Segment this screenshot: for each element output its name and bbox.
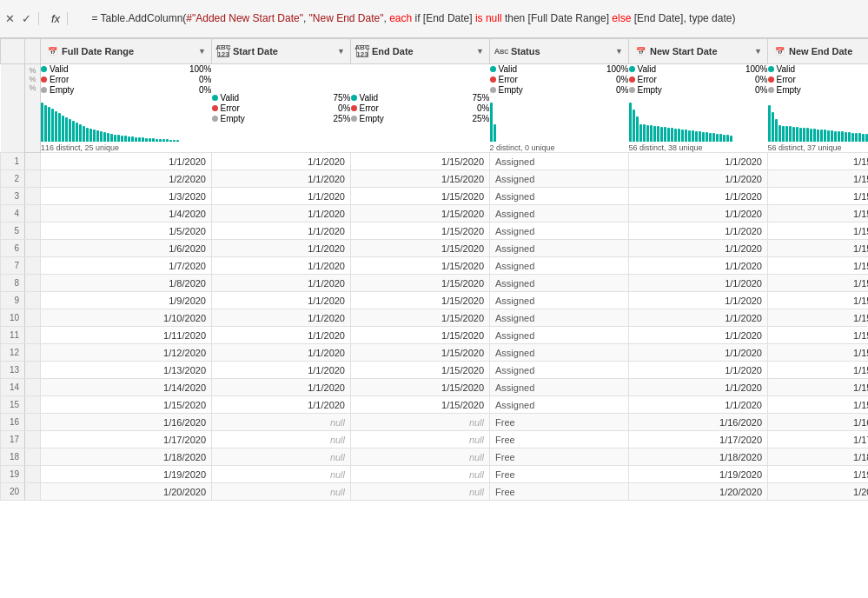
- dropdown-arrow-full[interactable]: ▼: [198, 47, 206, 56]
- table-row[interactable]: 19 1/19/2020 null null Free 1/19/2020 1/…: [1, 466, 869, 483]
- row-type: [25, 292, 41, 309]
- spark-bar: [145, 138, 148, 142]
- dot-error-full: [41, 76, 47, 83]
- col-header-full-date-range[interactable]: 📅 Full Date Range ▼: [41, 39, 212, 64]
- cell-full-date: 1/14/2020: [41, 379, 212, 396]
- date-icon-new-end: 📅: [773, 45, 785, 57]
- dropdown-arrow-status[interactable]: ▼: [615, 47, 623, 56]
- row-type: [25, 483, 41, 501]
- stats-start-date: Valid75% Error0% Empty25%: [212, 64, 351, 153]
- spark-bar: [779, 125, 781, 142]
- cell-full-date: 1/9/2020: [41, 292, 212, 309]
- spark-bar: [831, 130, 833, 142]
- distinct-status: 2 distinct, 0 unique: [490, 143, 629, 152]
- spark-bar: [841, 131, 844, 142]
- cell-full-date: 1/10/2020: [41, 309, 212, 327]
- table-wrapper[interactable]: 📅 Full Date Range ▼ ABC123 Start Date ▼: [0, 38, 868, 598]
- col-label-new-end: New End Date: [789, 46, 852, 56]
- col-header-start-date[interactable]: ABC123 Start Date ▼: [212, 39, 351, 64]
- cell-status: Assigned: [490, 362, 629, 379]
- formula-bar: ✕ ✓ fx = Table.AddColumn(#"Added New Sta…: [0, 0, 868, 38]
- table-row[interactable]: 14 1/14/2020 1/1/2020 1/15/2020 Assigned…: [1, 379, 869, 396]
- spark-bar: [41, 103, 43, 142]
- table-row[interactable]: 7 1/7/2020 1/1/2020 1/15/2020 Assigned 1…: [1, 257, 869, 275]
- table-row[interactable]: 10 1/10/2020 1/1/2020 1/15/2020 Assigned…: [1, 309, 869, 327]
- cell-new-end: 1/18/2020: [768, 448, 869, 466]
- cell-new-end: 1/20/2020: [768, 483, 869, 501]
- table-row[interactable]: 20 1/20/2020 null null Free 1/20/2020 1/…: [1, 483, 869, 501]
- col-label-new-start: New Start Date: [650, 46, 718, 56]
- table-row[interactable]: 2 1/2/2020 1/1/2020 1/15/2020 Assigned 1…: [1, 170, 869, 188]
- table-row[interactable]: 16 1/16/2020 null null Free 1/16/2020 1/…: [1, 414, 869, 431]
- cell-full-date: 1/13/2020: [41, 362, 212, 379]
- cell-new-start: 1/1/2020: [629, 344, 768, 362]
- cell-end: 1/15/2020: [351, 379, 490, 396]
- cell-new-end: 1/15/2020: [768, 275, 869, 292]
- spark-bar: [173, 140, 176, 142]
- cell-full-date: 1/15/2020: [41, 396, 212, 414]
- table-row[interactable]: 9 1/9/2020 1/1/2020 1/15/2020 Assigned 1…: [1, 292, 869, 309]
- dropdown-arrow-start[interactable]: ▼: [337, 47, 345, 56]
- spark-bar: [629, 103, 632, 142]
- cell-start: 1/1/2020: [212, 327, 351, 344]
- cell-start: null: [212, 431, 351, 448]
- stats-status: Valid100% Error0% Empty0% 2 distinct, 0 …: [490, 64, 629, 153]
- col-header-new-start[interactable]: 📅 New Start Date ▼: [629, 39, 768, 64]
- spark-bar: [785, 126, 788, 142]
- row-num: 10: [1, 309, 25, 327]
- cell-full-date: 1/6/2020: [41, 240, 212, 257]
- table-row[interactable]: 5 1/5/2020 1/1/2020 1/15/2020 Assigned 1…: [1, 223, 869, 240]
- table-row[interactable]: 15 1/15/2020 1/1/2020 1/15/2020 Assigned…: [1, 396, 869, 414]
- spark-bar: [169, 140, 172, 142]
- table-row[interactable]: 17 1/17/2020 null null Free 1/17/2020 1/…: [1, 431, 869, 448]
- col-header-end-date[interactable]: ABC123 End Date ▼: [351, 39, 490, 64]
- spark-bar: [65, 117, 68, 142]
- table-row[interactable]: 8 1/8/2020 1/1/2020 1/15/2020 Assigned 1…: [1, 275, 869, 292]
- check-icon[interactable]: ✓: [22, 12, 31, 25]
- cell-end: 1/15/2020: [351, 205, 490, 223]
- cell-end: 1/15/2020: [351, 275, 490, 292]
- col-header-new-end[interactable]: 📅 New End Date ▼: [768, 39, 869, 64]
- spark-bar: [855, 133, 858, 142]
- cell-end: 1/15/2020: [351, 396, 490, 414]
- table-row[interactable]: 6 1/6/2020 1/1/2020 1/15/2020 Assigned 1…: [1, 240, 869, 257]
- cell-status: Assigned: [490, 309, 629, 327]
- col-header-status[interactable]: ABC Status ▼: [490, 39, 629, 64]
- table-row[interactable]: 12 1/12/2020 1/1/2020 1/15/2020 Assigned…: [1, 344, 869, 362]
- table-row[interactable]: 18 1/18/2020 null null Free 1/18/2020 1/…: [1, 448, 869, 466]
- close-icon[interactable]: ✕: [5, 12, 15, 25]
- spark-bar: [159, 139, 162, 142]
- spark-bar: [128, 136, 130, 142]
- cell-full-date: 1/19/2020: [41, 466, 212, 483]
- spark-bar: [490, 103, 493, 142]
- row-num: 8: [1, 275, 25, 292]
- abc-icon-end: ABC123: [356, 45, 368, 57]
- row-num: 3: [1, 188, 25, 205]
- dot-error-new-end: [768, 76, 774, 83]
- cell-full-date: 1/4/2020: [41, 205, 212, 223]
- table-row[interactable]: 3 1/3/2020 1/1/2020 1/15/2020 Assigned 1…: [1, 188, 869, 205]
- cell-end: 1/15/2020: [351, 344, 490, 362]
- sparkline-new-start: [629, 98, 768, 142]
- spark-bar: [121, 136, 123, 142]
- cell-end: 1/15/2020: [351, 240, 490, 257]
- dropdown-arrow-end[interactable]: ▼: [476, 47, 484, 56]
- spark-bar: [149, 138, 151, 142]
- row-type: [25, 170, 41, 188]
- spark-bar: [162, 139, 165, 142]
- cell-full-date: 1/17/2020: [41, 431, 212, 448]
- cell-new-end: 1/15/2020: [768, 309, 869, 327]
- table-row[interactable]: 13 1/13/2020 1/1/2020 1/15/2020 Assigned…: [1, 362, 869, 379]
- data-table: 📅 Full Date Range ▼ ABC123 Start Date ▼: [0, 38, 868, 501]
- table-row[interactable]: 4 1/4/2020 1/1/2020 1/15/2020 Assigned 1…: [1, 205, 869, 223]
- spark-bar: [100, 131, 103, 142]
- cell-status: Assigned: [490, 205, 629, 223]
- row-type: [25, 344, 41, 362]
- spark-bar: [643, 124, 646, 142]
- type-header: [25, 39, 41, 64]
- table-row[interactable]: 11 1/11/2020 1/1/2020 1/15/2020 Assigned…: [1, 327, 869, 344]
- cell-new-start: 1/1/2020: [629, 257, 768, 275]
- cell-start: 1/1/2020: [212, 379, 351, 396]
- dropdown-arrow-new-start[interactable]: ▼: [754, 47, 762, 56]
- table-row[interactable]: 1 1/1/2020 1/1/2020 1/15/2020 Assigned 1…: [1, 153, 869, 170]
